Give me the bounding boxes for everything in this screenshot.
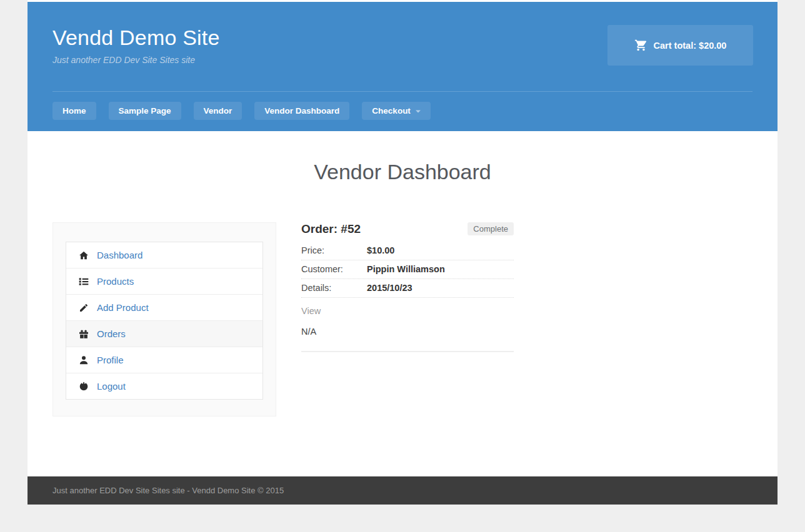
order-details-row: Details: 2015/10/23 [301,279,514,298]
nav-item-vendor-dashboard[interactable]: Vendor Dashboard [254,102,349,120]
sidebar-item-dashboard[interactable]: Dashboard [66,242,262,268]
cart-total-label: Cart total: $20.00 [654,41,727,51]
shopping-cart-icon [634,39,648,52]
vendor-sidebar: Dashboard Products Add Product [52,222,276,416]
header-divider [52,91,752,92]
order-customer-row: Customer: Pippin Williamson [301,260,514,279]
nav-item-vendor-dashboard-label: Vendor Dashboard [264,106,339,116]
nav-item-home[interactable]: Home [52,102,96,120]
nav-item-vendor[interactable]: Vendor [194,102,242,120]
home-icon [79,250,89,260]
sidebar-item-label: Orders [97,328,126,339]
pencil-icon [79,303,89,313]
site-footer: Just another EDD Dev Site Sites site - V… [28,476,778,505]
chevron-down-icon [416,110,421,115]
sidebar-item-logout[interactable]: Logout [66,373,262,399]
order-view-link[interactable]: View [301,306,514,316]
sidebar-item-orders[interactable]: Orders [66,321,262,347]
main-content: Vendor Dashboard Dashboard Pr [28,131,778,476]
nav-item-sample-page-label: Sample Page [119,106,171,116]
list-icon [79,277,89,287]
sidebar-item-label: Logout [97,381,126,392]
order-price-label: Price: [301,245,367,255]
order-heading: Order: #52 [301,222,361,236]
order-status-badge: Complete [468,222,514,235]
order-divider [301,351,514,352]
power-icon [79,382,89,392]
site-header: Vendd Demo Site Just another EDD Dev Sit… [28,2,778,131]
nav-item-checkout[interactable]: Checkout [362,102,431,120]
main-nav: Home Sample Page Vendor Vendor Dashboard… [52,102,752,120]
sidebar-item-products[interactable]: Products [66,268,262,295]
nav-item-home-label: Home [62,106,86,116]
cart-total-button[interactable]: Cart total: $20.00 [608,25,753,66]
order-details-panel: Order: #52 Complete Price: $10.00 Custom… [301,222,514,352]
user-icon [79,355,89,365]
order-price-value: $10.00 [367,245,394,255]
order-details-value: 2015/10/23 [367,283,412,293]
sidebar-item-label: Products [97,276,134,287]
order-na-text: N/A [301,327,514,337]
footer-text: Just another EDD Dev Site Sites site - V… [52,486,284,495]
sidebar-item-label: Dashboard [97,250,142,260]
order-customer-value: Pippin Williamson [367,264,445,274]
sidebar-item-add-product[interactable]: Add Product [66,295,262,321]
page-container: Vendd Demo Site Just another EDD Dev Sit… [28,0,778,505]
nav-item-sample-page[interactable]: Sample Page [109,102,181,120]
sidebar-item-profile[interactable]: Profile [66,347,262,373]
sidebar-item-label: Add Product [97,302,149,313]
order-details-label: Details: [301,283,367,293]
order-price-row: Price: $10.00 [301,242,514,260]
order-customer-label: Customer: [301,264,367,274]
nav-item-vendor-label: Vendor [204,106,232,116]
content-row: Dashboard Products Add Product [52,222,752,416]
order-header: Order: #52 Complete [301,222,514,236]
gift-icon [79,329,89,339]
sidebar-item-label: Profile [97,355,124,365]
page-title: Vendor Dashboard [52,159,752,185]
vendor-menu: Dashboard Products Add Product [66,242,263,400]
nav-item-checkout-label: Checkout [372,106,411,116]
